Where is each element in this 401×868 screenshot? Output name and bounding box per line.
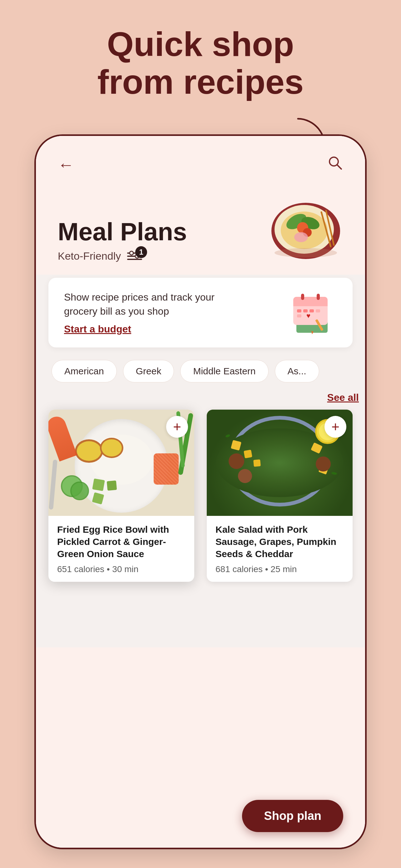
- budget-text: Show recipe prices and track your grocer…: [64, 290, 220, 335]
- filter-label: Keto-Friendly: [58, 250, 121, 262]
- search-button[interactable]: [327, 155, 343, 175]
- phone-screen: ← Meal Plans Keto-Friendly: [36, 136, 365, 848]
- svg-rect-24: [301, 294, 304, 300]
- start-budget-link[interactable]: Start a budget: [64, 323, 131, 335]
- hero-title-line2: from recipes: [0, 63, 401, 101]
- nav-bar: ←: [58, 155, 343, 175]
- svg-rect-25: [317, 294, 320, 300]
- recipes-grid: + Fried Egg Rice Bowl with Pickled Carro…: [36, 406, 365, 647]
- content-area: Show recipe prices and track your grocer…: [36, 275, 365, 647]
- add-recipe-2-button[interactable]: +: [325, 416, 346, 438]
- header-left: Meal Plans Keto-Friendly: [58, 219, 187, 262]
- recipe-2-time: 25 min: [270, 564, 297, 574]
- header-content: Meal Plans Keto-Friendly: [58, 187, 343, 262]
- hero-section: Quick shop from recipes: [0, 25, 401, 101]
- recipe-2-info: Kale Salad with Pork Sausage, Grapes, Pu…: [207, 516, 353, 582]
- budget-description: Show recipe prices and track your grocer…: [64, 290, 220, 318]
- svg-rect-26: [297, 309, 301, 312]
- back-button[interactable]: ←: [58, 155, 74, 174]
- recipe-1-meta: 651 calories • 30 min: [57, 564, 186, 574]
- recipe-2-bullet: •: [265, 564, 271, 574]
- tab-asian[interactable]: As...: [275, 360, 319, 382]
- recipe-2-meta: 681 calories • 25 min: [215, 564, 344, 574]
- filter-row: Keto-Friendly 1: [58, 250, 187, 262]
- svg-point-5: [130, 251, 133, 255]
- calendar-illustration: ♥: [287, 290, 337, 334]
- hero-title-line1: Quick shop: [0, 25, 401, 63]
- recipe-card-1: + Fried Egg Rice Bowl with Pickled Carro…: [48, 410, 194, 582]
- svg-text:♥: ♥: [306, 312, 310, 320]
- recipe-1-time: 30 min: [112, 564, 138, 574]
- shop-plan-button[interactable]: Shop plan: [242, 800, 343, 832]
- filter-badge: 1: [135, 246, 147, 258]
- tab-greek[interactable]: Greek: [123, 360, 174, 382]
- page-background: Quick shop from recipes ←: [0, 0, 401, 868]
- recipe-card-2: + Kale Salad with Pork Sausage, Grapes, …: [207, 410, 353, 582]
- recipe-1-info: Fried Egg Rice Bowl with Pickled Carrot …: [48, 516, 194, 582]
- svg-point-14: [294, 232, 308, 242]
- phone-frame: ← Meal Plans Keto-Friendly: [34, 134, 367, 849]
- grid-header: See all: [36, 389, 365, 406]
- category-tabs: American Greek Middle Eastern As...: [36, 347, 365, 389]
- svg-rect-29: [316, 309, 320, 312]
- svg-rect-23: [293, 303, 328, 306]
- screen-header: ← Meal Plans Keto-Friendly: [36, 136, 365, 275]
- add-recipe-1-button[interactable]: +: [166, 416, 188, 438]
- tab-american[interactable]: American: [52, 360, 117, 382]
- tab-middle-eastern[interactable]: Middle Eastern: [180, 360, 268, 382]
- recipe-2-name: Kale Salad with Pork Sausage, Grapes, Pu…: [215, 523, 344, 560]
- recipe-1-calories: 651 calories: [57, 564, 104, 574]
- budget-banner: Show recipe prices and track your grocer…: [48, 278, 353, 347]
- recipe-2-calories: 681 calories: [215, 564, 263, 574]
- svg-rect-30: [297, 314, 301, 317]
- recipe-1-name: Fried Egg Rice Bowl with Pickled Carrot …: [57, 523, 186, 560]
- see-all-link[interactable]: See all: [327, 392, 359, 403]
- svg-point-17: [274, 248, 337, 257]
- recipe-1-bullet: •: [107, 564, 112, 574]
- page-title: Meal Plans: [58, 219, 187, 244]
- svg-line-1: [337, 165, 341, 169]
- header-bowl-illustration: [256, 187, 343, 262]
- filter-icon[interactable]: 1: [127, 251, 143, 262]
